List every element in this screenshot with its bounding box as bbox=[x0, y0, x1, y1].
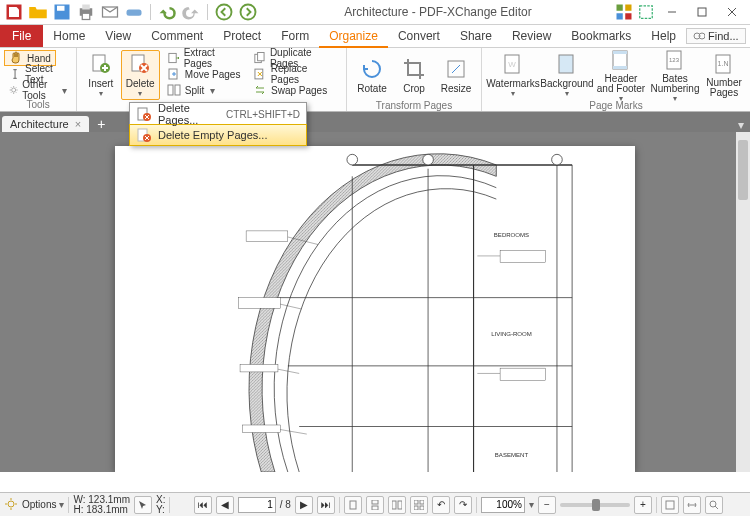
zoom-knob[interactable] bbox=[592, 499, 600, 511]
number-icon: 1.N bbox=[712, 52, 736, 76]
zoom-actual-icon[interactable] bbox=[705, 496, 723, 514]
document-tab[interactable]: Architecture × bbox=[2, 116, 89, 132]
delete-empty-icon bbox=[136, 127, 152, 143]
layout-two-icon[interactable] bbox=[388, 496, 406, 514]
tab-bookmarks[interactable]: Bookmarks bbox=[561, 25, 641, 47]
rotate-ccw-icon[interactable]: ↶ bbox=[432, 496, 450, 514]
nav-back-icon[interactable] bbox=[214, 2, 234, 22]
close-tab-icon[interactable]: × bbox=[75, 118, 81, 130]
zoom-slider[interactable] bbox=[560, 503, 630, 507]
fit-width-icon[interactable] bbox=[683, 496, 701, 514]
maximize-button[interactable] bbox=[688, 1, 716, 23]
svg-text:BASEMENT: BASEMENT bbox=[495, 452, 529, 458]
window-controls bbox=[614, 1, 750, 23]
tab-form[interactable]: Form bbox=[271, 25, 319, 47]
resize-button[interactable]: Resize bbox=[435, 50, 477, 100]
print-icon[interactable] bbox=[76, 2, 96, 22]
save-icon[interactable] bbox=[52, 2, 72, 22]
layout-continuous-icon[interactable] bbox=[366, 496, 384, 514]
svg-rect-5 bbox=[82, 13, 90, 19]
zoom-input[interactable] bbox=[481, 497, 525, 513]
undo-icon[interactable] bbox=[157, 2, 177, 22]
rotate-cw-icon[interactable]: ↷ bbox=[454, 496, 472, 514]
find-button[interactable]: Find... bbox=[686, 28, 746, 44]
crop-button[interactable]: Crop bbox=[393, 50, 435, 100]
options-button[interactable]: Options▾ bbox=[22, 499, 64, 510]
svg-rect-26 bbox=[169, 53, 176, 62]
next-page-button[interactable]: ▶ bbox=[295, 496, 313, 514]
svg-rect-13 bbox=[625, 13, 631, 19]
add-tab-button[interactable]: + bbox=[91, 116, 111, 132]
group-pagemarks-label: Page Marks bbox=[486, 100, 746, 112]
tab-organize[interactable]: Organize bbox=[319, 25, 388, 48]
duplicate-icon bbox=[253, 51, 266, 65]
page-number-input[interactable] bbox=[238, 497, 276, 513]
svg-rect-74 bbox=[398, 501, 402, 509]
open-icon[interactable] bbox=[28, 2, 48, 22]
number-label: Number Pages bbox=[703, 78, 745, 98]
tab-help[interactable]: Help bbox=[641, 25, 686, 47]
minimize-button[interactable] bbox=[658, 1, 686, 23]
insert-button[interactable]: Insert▾ bbox=[81, 50, 120, 100]
delete-empty-pages-item[interactable]: Delete Empty Pages... bbox=[129, 124, 307, 146]
extract-pages[interactable]: Extract Pages bbox=[162, 50, 246, 66]
watermarks-button[interactable]: WWatermarks▾ bbox=[486, 50, 540, 100]
background-button[interactable]: Background▾ bbox=[540, 50, 594, 100]
bates-button[interactable]: 123Bates Numbering▾ bbox=[648, 50, 702, 100]
delete-dropdown: Delete Pages... CTRL+SHIFT+D Delete Empt… bbox=[129, 102, 307, 146]
delete-button[interactable]: Delete▾ bbox=[121, 50, 160, 100]
svg-rect-2 bbox=[57, 6, 65, 11]
hand-icon bbox=[9, 51, 23, 65]
svg-rect-11 bbox=[625, 5, 631, 11]
mail-icon[interactable] bbox=[100, 2, 120, 22]
split-pages[interactable]: Split▾ bbox=[162, 82, 246, 98]
tab-options-icon[interactable]: ▾ bbox=[732, 118, 750, 132]
launch-icon[interactable] bbox=[636, 2, 656, 22]
other-tools[interactable]: Other Tools▾ bbox=[4, 82, 72, 98]
delete-pages-item[interactable]: Delete Pages... CTRL+SHIFT+D bbox=[130, 103, 306, 125]
options-label: Options bbox=[22, 499, 56, 510]
first-page-button[interactable]: ⏮ bbox=[194, 496, 212, 514]
zoom-in-button[interactable]: + bbox=[634, 496, 652, 514]
document-canvas[interactable]: BEDROOMS LIVING-ROOM BASEMENT bbox=[0, 132, 750, 472]
header-footer-icon bbox=[609, 48, 633, 72]
svg-rect-32 bbox=[255, 69, 263, 79]
tab-home[interactable]: Home bbox=[43, 25, 95, 47]
tab-review[interactable]: Review bbox=[502, 25, 561, 47]
cursor-pos-icon[interactable] bbox=[134, 496, 152, 514]
last-page-button[interactable]: ⏭ bbox=[317, 496, 335, 514]
number-pages-button[interactable]: 1.NNumber Pages bbox=[702, 50, 746, 100]
fit-page-icon[interactable] bbox=[661, 496, 679, 514]
rotate-button[interactable]: Rotate bbox=[351, 50, 393, 100]
move-pages[interactable]: Move Pages bbox=[162, 66, 246, 82]
close-button[interactable] bbox=[718, 1, 746, 23]
svg-rect-79 bbox=[666, 501, 674, 509]
tab-convert[interactable]: Convert bbox=[388, 25, 450, 47]
prev-page-button[interactable]: ◀ bbox=[216, 496, 234, 514]
tab-protect[interactable]: Protect bbox=[213, 25, 271, 47]
vertical-scrollbar[interactable] bbox=[736, 132, 750, 472]
redo-icon[interactable] bbox=[181, 2, 201, 22]
svg-rect-78 bbox=[420, 506, 424, 510]
app-icon[interactable] bbox=[4, 2, 24, 22]
ui-options-icon[interactable] bbox=[614, 2, 634, 22]
svg-rect-63 bbox=[246, 231, 288, 242]
svg-rect-72 bbox=[372, 506, 378, 510]
tab-comment[interactable]: Comment bbox=[141, 25, 213, 47]
scan-icon[interactable] bbox=[124, 2, 144, 22]
svg-point-21 bbox=[12, 88, 16, 92]
swap-pages[interactable]: Swap Pages bbox=[248, 82, 342, 98]
nav-fwd-icon[interactable] bbox=[238, 2, 258, 22]
replace-pages[interactable]: Replace Pages bbox=[248, 66, 342, 82]
file-tab[interactable]: File bbox=[0, 25, 43, 47]
scrollbar-thumb[interactable] bbox=[738, 140, 748, 200]
header-footer-button[interactable]: Header and Footer▾ bbox=[594, 50, 648, 100]
header-footer-label: Header and Footer bbox=[595, 74, 647, 94]
ribbon: Hand Select Text Other Tools▾ Tools Inse… bbox=[0, 48, 750, 112]
tab-view[interactable]: View bbox=[95, 25, 141, 47]
split-icon bbox=[167, 83, 181, 97]
layout-two-cont-icon[interactable] bbox=[410, 496, 428, 514]
layout-single-icon[interactable] bbox=[344, 496, 362, 514]
tab-share[interactable]: Share bbox=[450, 25, 502, 47]
zoom-out-button[interactable]: − bbox=[538, 496, 556, 514]
